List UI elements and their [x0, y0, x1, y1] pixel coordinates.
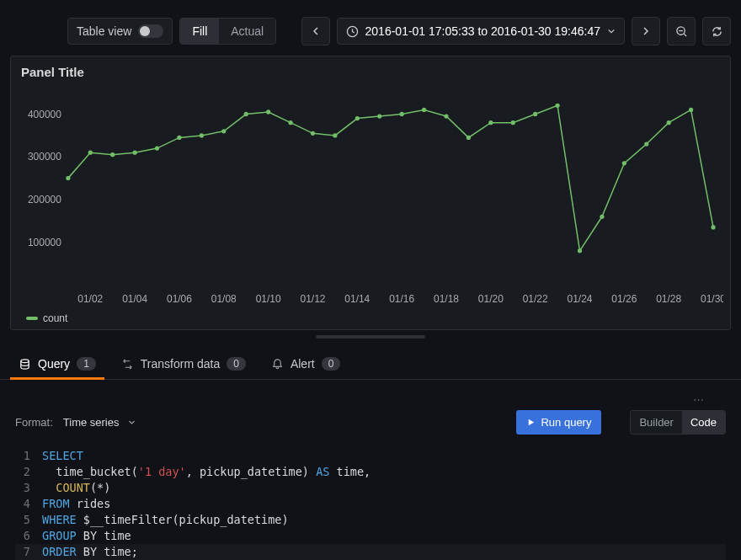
svg-point-50: [711, 225, 715, 229]
chevron-down-icon: [607, 27, 616, 35]
svg-point-45: [600, 215, 604, 219]
code-option[interactable]: Code: [682, 411, 725, 434]
svg-point-51: [21, 359, 29, 362]
svg-point-44: [578, 248, 582, 253]
svg-point-42: [533, 112, 537, 116]
tab-query-label: Query: [38, 357, 70, 371]
builder-code-switch: Builder Code: [630, 410, 726, 435]
svg-point-21: [66, 176, 70, 180]
svg-text:01/14: 01/14: [344, 293, 370, 305]
svg-text:01/30: 01/30: [701, 293, 723, 305]
svg-text:100000: 100000: [28, 237, 61, 248]
svg-text:01/18: 01/18: [434, 293, 459, 305]
line-number: 2: [15, 464, 42, 480]
bell-icon: [271, 358, 284, 371]
transform-icon: [121, 358, 134, 371]
svg-point-25: [155, 146, 159, 150]
line-number: 4: [15, 496, 42, 512]
builder-option[interactable]: Builder: [631, 411, 681, 434]
svg-point-41: [511, 120, 515, 125]
tab-alert-badge: 0: [322, 357, 341, 371]
line-number: 6: [15, 528, 42, 544]
query-tabs: Query 1 Transform data 0 Alert 0: [0, 344, 741, 380]
zoom-out-button[interactable]: [667, 17, 696, 45]
run-query-button[interactable]: Run query: [516, 410, 601, 435]
svg-point-39: [466, 136, 471, 140]
table-view-toggle[interactable]: Table view: [67, 18, 173, 45]
legend-swatch: [26, 317, 38, 320]
svg-text:01/28: 01/28: [656, 293, 681, 305]
database-icon: [19, 358, 31, 371]
svg-point-47: [644, 141, 648, 146]
svg-point-43: [555, 104, 559, 108]
svg-point-27: [200, 133, 204, 137]
run-query-label: Run query: [541, 416, 591, 429]
svg-point-22: [88, 151, 93, 155]
time-range-picker[interactable]: 2016-01-01 17:05:33 to 2016-01-30 19:46:…: [337, 18, 625, 45]
tab-transform[interactable]: Transform data 0: [118, 350, 249, 379]
svg-text:01/20: 01/20: [478, 293, 504, 305]
line-number: 5: [15, 512, 42, 528]
sql-editor[interactable]: 1SELECT 2 time_bucket('1 day', pickup_da…: [15, 448, 726, 560]
line-number: 7: [15, 544, 42, 560]
svg-point-32: [311, 131, 315, 136]
refresh-button[interactable]: [702, 17, 731, 45]
svg-text:01/24: 01/24: [568, 293, 593, 305]
svg-point-34: [355, 116, 360, 120]
resize-handle[interactable]: [316, 335, 425, 339]
svg-point-37: [422, 108, 426, 112]
svg-point-24: [133, 151, 137, 155]
svg-point-31: [288, 120, 292, 125]
refresh-icon: [711, 25, 723, 38]
tab-query[interactable]: Query 1: [15, 350, 99, 379]
time-range-label: 2016-01-01 17:05:33 to 2016-01-30 19:46:…: [365, 24, 600, 38]
svg-point-23: [110, 152, 115, 157]
svg-point-33: [333, 133, 337, 137]
tab-alert[interactable]: Alert 0: [268, 350, 344, 379]
line-number: 3: [15, 480, 42, 496]
time-range-next-button[interactable]: [632, 17, 660, 45]
panel-title: Panel Title: [11, 56, 730, 83]
chevron-right-icon: [641, 26, 651, 36]
ghost-icon[interactable]: ⋯: [693, 393, 704, 406]
svg-point-29: [244, 112, 248, 116]
tab-alert-label: Alert: [291, 357, 315, 371]
play-icon: [526, 418, 536, 427]
fill-actual-segment: Fill Actual: [179, 18, 276, 45]
clock-icon: [346, 25, 359, 38]
svg-point-40: [488, 120, 493, 125]
tab-transform-badge: 0: [227, 357, 246, 371]
svg-point-48: [667, 120, 671, 125]
format-select[interactable]: Time series: [63, 416, 136, 429]
svg-text:400000: 400000: [28, 108, 61, 120]
svg-point-36: [400, 112, 404, 116]
zoom-out-icon: [675, 25, 688, 38]
svg-text:01/22: 01/22: [523, 293, 548, 305]
query-row-actions: ⋯: [693, 393, 704, 406]
tab-query-badge: 1: [77, 357, 96, 371]
svg-point-30: [266, 109, 270, 114]
chevron-down-icon: [128, 419, 136, 426]
svg-text:01/26: 01/26: [611, 293, 637, 305]
svg-text:200000: 200000: [28, 194, 61, 205]
svg-text:01/12: 01/12: [301, 293, 326, 305]
fill-option[interactable]: Fill: [180, 19, 219, 44]
svg-text:01/16: 01/16: [389, 293, 414, 305]
legend-label: count: [43, 312, 67, 324]
chart-legend[interactable]: count: [11, 311, 730, 329]
line-number: 1: [15, 448, 42, 464]
format-label: Format:: [15, 416, 53, 429]
format-value: Time series: [63, 416, 120, 429]
svg-point-35: [377, 114, 381, 118]
svg-point-49: [689, 108, 693, 112]
time-range-prev-button[interactable]: [301, 17, 330, 45]
actual-option[interactable]: Actual: [219, 19, 275, 44]
svg-text:300000: 300000: [28, 151, 61, 163]
svg-point-46: [622, 161, 626, 165]
line-chart[interactable]: 100000200000300000400000 01/0201/0401/06…: [18, 86, 723, 309]
svg-text:01/06: 01/06: [167, 293, 192, 305]
svg-text:01/04: 01/04: [122, 293, 147, 305]
svg-text:01/08: 01/08: [211, 293, 237, 305]
tab-transform-label: Transform data: [141, 357, 220, 371]
toggle-icon: [138, 24, 163, 38]
